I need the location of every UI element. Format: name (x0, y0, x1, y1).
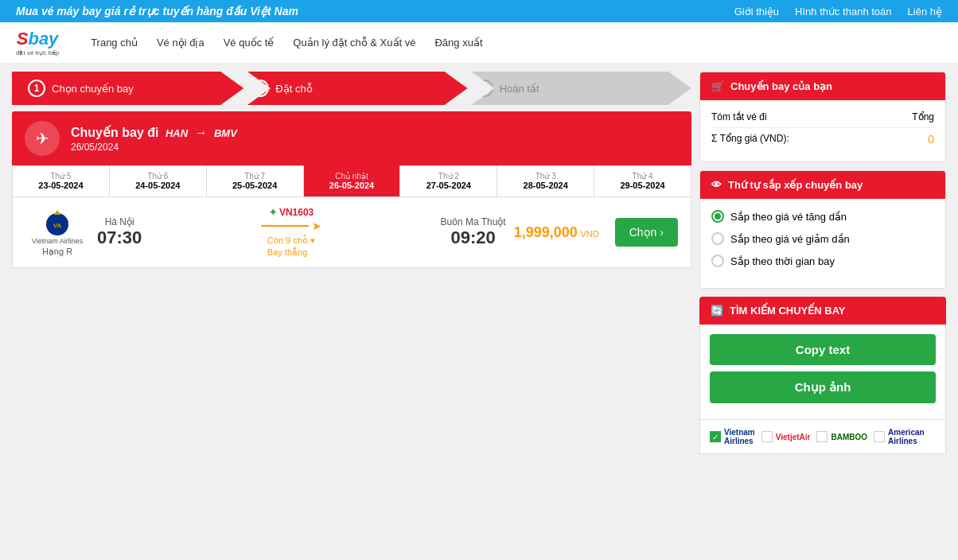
search-title: TÌM KIẾM CHUYẾN BAY (730, 305, 846, 317)
date-cell-2[interactable]: Thứ 7 25-05-2024 (207, 165, 304, 196)
seats-info[interactable]: Còn 9 chỗ ▾ (267, 235, 315, 245)
nav-logout[interactable]: Đăng xuất (434, 37, 482, 49)
nav-international[interactable]: Vé quốc tế (224, 37, 275, 49)
date-cell-6[interactable]: Thứ 4 29-05-2024 (594, 165, 691, 196)
filter-checkbox-vj[interactable] (761, 431, 773, 442)
cart-body: Tóm tắt vé đi Tổng Σ Tổng giá (VND): 0 (700, 100, 945, 161)
total-label: Σ Tổng giá (VND): (711, 133, 789, 146)
sort-label-2: Sắp theo thời gian bay (730, 255, 835, 267)
photo-button[interactable]: Chụp ảnh (710, 371, 936, 403)
copy-text-button[interactable]: Copy text (710, 334, 936, 365)
date-val-3: 26-05-2024 (307, 181, 397, 190)
price-area: 1,999,000 VND (514, 224, 599, 241)
logo[interactable]: Sbay đặt vé trực tiếp (16, 29, 59, 56)
sort-radio-2[interactable] (711, 255, 724, 267)
flight-direct: Bay thẳng (267, 247, 307, 257)
airline-logo-svg: VA (38, 208, 76, 237)
total-value: 0 (928, 133, 934, 146)
sort-radio-1[interactable] (711, 232, 724, 245)
date-day-5: Thứ 3 (500, 172, 590, 181)
from-time: 07:30 (97, 228, 142, 248)
date-cell-3[interactable]: Chủ nhật 26-05-2024 (304, 165, 401, 196)
flight-from: HAN (166, 127, 188, 139)
flight-middle: ✦ VN1603 ➤ Còn 9 chỗ ▾ Bay thẳng (150, 207, 432, 258)
date-nav: Thứ 5 23-05-2024 Thứ 6 24-05-2024 Thứ 7 … (12, 165, 691, 197)
date-cell-5[interactable]: Thứ 3 28-05-2024 (497, 165, 594, 196)
airline-name: Vietnam Airlines (32, 237, 83, 245)
nav-domestic[interactable]: Vé nội địa (157, 37, 204, 49)
sort-radio-0[interactable] (711, 210, 724, 223)
nav-manage[interactable]: Quản lý đặt chỗ & Xuất vé (293, 37, 415, 49)
filter-vj[interactable]: VietjetAir (761, 431, 811, 442)
date-cell-1[interactable]: Thứ 6 24-05-2024 (110, 165, 207, 196)
main-panel: 1 Chọn chuyến bay 2 Đặt chỗ 3 Hoàn tất ✈… (12, 72, 691, 454)
sort-title: Thứ tự sắp xếp chuyến bay (728, 179, 863, 191)
vn-logo: VA (38, 208, 76, 237)
filter-checkbox-aa[interactable] (874, 431, 885, 442)
sort-label-0: Sắp theo giá vé tăng dần (730, 211, 847, 223)
step-1-num: 1 (28, 80, 45, 97)
cart-header: 🛒 Chuyến bay của bạn (700, 72, 945, 100)
search-refresh-icon: 🔄 (711, 305, 723, 317)
top-links: Giới thiệu Hình thức thanh toán Liên hệ (734, 6, 942, 18)
flight-header-date: 26/05/2024 (71, 142, 237, 153)
airline-logo: VA Vietnam Airlines Hạng R (25, 208, 89, 257)
step-2-num: 2 (251, 80, 269, 97)
sort-label-1: Sắp theo giá vé giảm dần (730, 233, 850, 245)
choose-button[interactable]: Chọn › (615, 218, 678, 247)
side-panel: 🛒 Chuyến bay của bạn Tóm tắt vé đi Tổng … (699, 72, 946, 454)
step-2: 2 Đặt chỗ (236, 72, 467, 105)
filter-label-vj: VietjetAir (776, 433, 811, 441)
flight-price: 1,999,000 (514, 224, 578, 240)
from-city-name: Hà Nội (97, 216, 142, 228)
step-3: 3 Hoàn tất (460, 72, 691, 105)
checkmark-vn: ✓ (712, 433, 718, 441)
date-val-2: 25-05-2024 (210, 181, 300, 190)
sort-option-2[interactable]: Sắp theo thời gian bay (711, 255, 934, 267)
photo-label: Chụp ảnh (795, 380, 851, 394)
top-bar: Mua vé máy bay giá rẻ trực tuyến hàng đầ… (0, 0, 958, 22)
filter-vn[interactable]: ✓ VietnamAirlines (710, 428, 755, 445)
flight-line: ➤ (150, 220, 432, 232)
filter-label-vn: VietnamAirlines (724, 428, 755, 445)
date-day-2: Thứ 7 (210, 172, 300, 181)
date-day-4: Thứ 2 (403, 172, 493, 181)
filter-checkbox-vn[interactable]: ✓ (710, 431, 721, 442)
seats-direct: Còn 9 chỗ ▾ Bay thẳng (267, 234, 315, 258)
copy-text-label: Copy text (796, 343, 850, 356)
flight-line-left (261, 225, 309, 227)
date-val-1: 24-05-2024 (113, 181, 203, 190)
sort-option-0[interactable]: Sắp theo giá vé tăng dần (711, 210, 934, 223)
filter-checkbox-bb[interactable] (816, 431, 828, 442)
main-nav: Sbay đặt vé trực tiếp Trang chủ Vé nội đ… (0, 22, 958, 64)
total-row: Σ Tổng giá (VND): 0 (711, 133, 934, 146)
date-cell-4[interactable]: Thứ 2 27-05-2024 (400, 165, 497, 196)
flight-times: Hà Nội 07:30 ✦ VN1603 ➤ Còn 9 chỗ (97, 207, 506, 258)
svg-marker-2 (54, 210, 60, 215)
step-3-label: Hoàn tất (500, 83, 539, 95)
flight-number[interactable]: ✦ VN1603 (269, 207, 314, 218)
date-cell-0[interactable]: Thứ 5 23-05-2024 (13, 165, 110, 196)
flight-header-title: Chuyến bay đi HAN → BMV (71, 125, 237, 140)
sort-card: 👁 Thứ tự sắp xếp chuyến bay Sắp theo giá… (699, 170, 946, 289)
top-link-contact[interactable]: Liên hệ (908, 6, 942, 18)
sort-option-1[interactable]: Sắp theo giá vé giảm dần (711, 232, 934, 245)
top-link-intro[interactable]: Giới thiệu (734, 6, 779, 18)
arrival-city: Buôn Ma Thuột 09:20 (441, 216, 506, 248)
filter-bb[interactable]: BAMBOO (816, 431, 867, 442)
search-section: 🔄 TÌM KIẾM CHUYẾN BAY Copy text Chụp ảnh… (699, 297, 946, 454)
sort-header: 👁 Thứ tự sắp xếp chuyến bay (700, 171, 945, 199)
flight-arrow-icon: ➤ (312, 220, 321, 232)
flight-to: BMV (214, 127, 237, 139)
cart-icon: 🛒 (711, 80, 724, 92)
to-city-name: Buôn Ma Thuột (441, 216, 506, 228)
nav-home[interactable]: Trang chủ (91, 37, 138, 49)
summary-label: Tóm tắt vé đi (711, 111, 767, 122)
flight-currency: VND (580, 229, 598, 239)
search-body: Copy text Chụp ảnh (699, 325, 946, 420)
filter-aa[interactable]: AmericanAirlines (874, 428, 925, 445)
date-day-6: Thứ 4 (598, 172, 687, 181)
flight-result-row: VA Vietnam Airlines Hạng R Hà Nội 07:30 … (12, 197, 691, 268)
top-link-payment[interactable]: Hình thức thanh toán (795, 6, 891, 18)
date-day-3: Chủ nhật (307, 172, 397, 181)
